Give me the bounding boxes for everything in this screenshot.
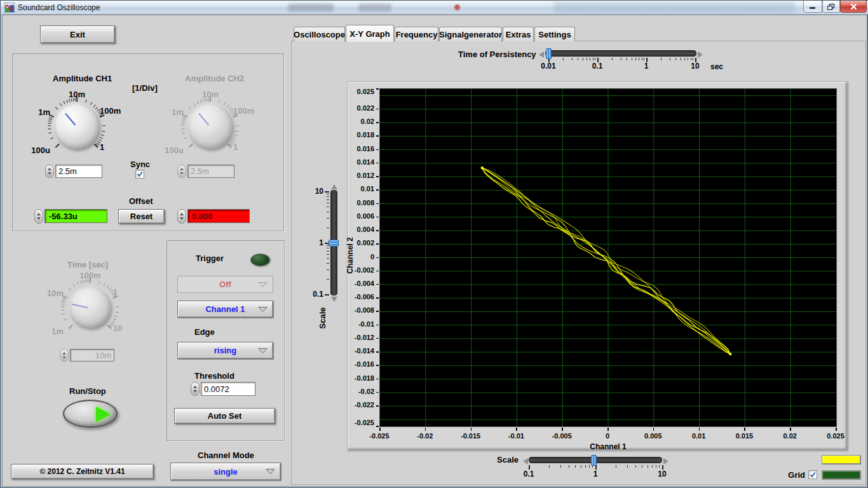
play-icon [96,407,111,422]
ch1-offset-display: -56.33u [44,209,107,223]
run-stop-label: Run/Stop [69,386,106,396]
persistency-handle[interactable] [546,48,552,59]
knob-tick [79,280,81,283]
time-knob[interactable]: 100m 1 10m 10 1m [57,274,123,341]
slider-tick-label: 0.01 [541,62,555,71]
knob-tick [113,318,116,320]
knob-tick [181,122,184,123]
knob-tick [69,325,73,329]
amplitude-ch2-value-input[interactable] [187,165,234,178]
knob-tick [90,102,93,105]
offset-reset-button[interactable]: Reset [118,209,165,224]
knob-tick [48,125,51,126]
knob-tick [114,315,118,317]
offset-title: Offset [129,196,153,206]
knob-scale-label: 100m [79,271,100,280]
knob-tick [61,306,64,307]
knob-tick [50,137,53,139]
knob-tick [64,100,65,104]
slider-minor-tick [563,58,564,60]
slider-minor-tick [661,58,661,60]
knob-tick [193,103,196,106]
sync-checkbox[interactable] [135,170,144,179]
knob-tick [184,137,187,139]
slider-minor-tick [635,58,636,60]
knob-tick [189,107,191,109]
slider-minor-tick [627,58,627,60]
trigger-edge-dropdown[interactable]: rising [177,342,273,359]
titlebar-background-artifact [358,4,391,11]
chevron-down-icon [258,304,268,314]
amplitude-ch1-knob[interactable]: 10m 100m 1m 1 100u [44,93,110,159]
knob-tick [55,144,60,148]
knob-tick [60,103,62,106]
knob-tick [182,120,185,121]
slider-tick-label: 1 [644,62,649,71]
channel-mode-value: single [171,467,280,477]
trigger-led [250,254,270,266]
edge-label: Edge [194,327,215,337]
knob-tick [181,125,184,126]
ch2-offset-spinner[interactable] [177,209,186,224]
slider-minor-tick [583,58,583,60]
titlebar-background-artifact [454,4,460,10]
knob-scale-label: 10 [113,323,122,333]
knob-tick [102,130,105,132]
check-icon [136,170,144,178]
trigger-mode-dropdown[interactable]: Off [177,276,273,293]
channel-mode-dropdown[interactable]: single [170,463,281,480]
knob-scale-label: 1 [233,142,238,152]
restore-icon [827,3,835,10]
knob-face [70,287,111,328]
knob-scale-label: 10m [202,90,219,99]
knob-face [188,104,233,149]
knob-tick [85,99,87,102]
minimize-button[interactable] [803,1,822,13]
copyright-label: © 2012 C. Zeitnitz V1.41 [39,467,125,476]
restore-button[interactable] [822,1,840,13]
knob-tick [115,311,118,313]
knob-tick [104,283,106,286]
knob-scale-label: 1m [51,327,64,336]
x-scale-handle[interactable] [591,455,597,466]
per-div-unit-label: [1/Div] [132,83,158,93]
tab-extras[interactable]: Extras [503,27,534,41]
tab-xy-graph[interactable]: X-Y Graph [346,25,394,42]
sync-label: Sync [130,159,150,169]
slider-minor-tick [578,58,578,60]
knob-tick [232,139,235,142]
copyright-button[interactable]: © 2012 C. Zeitnitz V1.41 [11,464,154,479]
run-stop-button[interactable] [63,400,118,428]
trigger-source-dropdown[interactable]: Channel 1 [177,301,273,318]
slider-tick-label: 0.1 [592,62,603,71]
knob-tick [229,107,231,109]
time-spinner[interactable] [60,349,69,362]
amplitude-ch1-value-input[interactable] [55,165,102,178]
auto-set-button[interactable]: Auto Set [174,408,275,424]
exit-button[interactable]: Exit [40,25,115,43]
exit-button-label: Exit [70,30,85,39]
knob-tick [48,122,51,123]
tab-frequency[interactable]: Frequency [395,27,438,41]
knob-tick [182,132,185,133]
slider-minor-tick [587,58,587,60]
y-scale-handle[interactable] [329,240,339,247]
channel-mode-label: Channel Mode [198,451,254,460]
amplitude-ch2-knob[interactable]: 10m 100m 1m 1 100u [177,93,243,159]
amplitude-ch1-spinner[interactable] [45,165,54,178]
ch1-offset-spinner[interactable] [34,209,43,224]
close-button[interactable] [840,1,867,13]
titlebar[interactable]: Soundcard Oszilloscope [1,1,868,15]
knob-scale-label: 100u [165,146,184,155]
amplitude-ch2-spinner[interactable] [177,165,186,178]
tab-settings[interactable]: Settings [534,27,575,41]
time-value-input[interactable] [70,349,114,362]
threshold-spinner[interactable] [191,382,200,396]
tab-oscilloscope[interactable]: Oscilloscope [294,27,345,41]
window-title: Soundcard Oszilloscope [18,3,100,12]
persistency-tick-marks: 0.010.1110 [458,48,725,73]
tab-signalgenerator[interactable]: Signalgenerator [439,27,502,41]
threshold-input[interactable] [201,382,255,396]
app-window: Soundcard Oszilloscope Exit Amplitude CH… [0,0,868,488]
slider-minor-tick [693,58,693,60]
